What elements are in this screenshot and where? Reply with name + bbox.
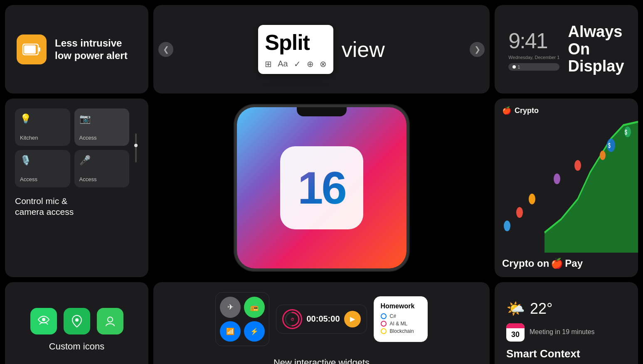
mic-icon: 🎙️ (20, 155, 65, 166)
slider-bar (135, 133, 137, 162)
hw-circle-1 (381, 313, 387, 319)
control-center-widget[interactable]: ✈ 📻 📶 ⚡ (215, 292, 269, 346)
arrow-right-icon: ❯ (474, 45, 480, 54)
phone-screen: 16 (237, 107, 406, 268)
svg-text:$: $ (625, 128, 627, 136)
brightness-slider[interactable] (133, 108, 138, 187)
split-icons-row: ⊞ Aa ✓ ⊕ ⊗ (265, 58, 326, 70)
app-icon-1 (30, 308, 57, 334)
font-icon: Aa (278, 59, 288, 69)
svg-text:$: $ (608, 142, 611, 150)
timer-widget[interactable]: ⏱ 00:05:00 ▶ (276, 305, 367, 334)
access-mic-button[interactable]: 🎙️ Access (15, 150, 70, 187)
access-off-label: Access (79, 176, 125, 182)
svg-point-5 (529, 194, 535, 204)
camera-footer-text: Control mic & camera access (15, 196, 138, 218)
bluetooth-button[interactable]: ⚡ (244, 321, 265, 342)
arrow-left-icon: ❮ (163, 45, 169, 54)
icon-row (30, 308, 123, 334)
svg-point-16 (108, 317, 113, 322)
split-view-box: Split ⊞ Aa ✓ ⊕ ⊗ (258, 25, 333, 74)
aod-dot (512, 65, 516, 69)
aod-card: 9:41 Wednesday, December 1 1 AlwaysOnDis… (495, 5, 638, 93)
crypto-footer-line2: Pay (565, 258, 583, 270)
meeting-text: Meeting in 19 minutes (530, 328, 595, 337)
hw-item-2: AI & ML (381, 321, 421, 327)
custom-icons-label: Custom icons (49, 341, 104, 352)
calendar-day: 30 (506, 328, 525, 342)
svg-point-4 (516, 207, 523, 218)
kitchen-label: Kitchen (20, 135, 65, 141)
widgets-row: ✈ 📻 📶 ⚡ ⏱ 00:05:00 ▶ Homewor (215, 292, 427, 346)
camera-buttons: 💡 Kitchen 📷 Access 🎙️ Access 🎤 Access (15, 108, 129, 187)
access-off-button[interactable]: 🎤 Access (74, 150, 130, 187)
phone-mute-button (234, 132, 235, 145)
battery-icon (17, 34, 47, 64)
access-camera-label: Access (79, 135, 125, 141)
hw-circle-3 (381, 328, 387, 334)
arrow-left-button[interactable]: ❮ (158, 42, 173, 57)
smart-context-label: Smart Context (506, 347, 626, 360)
ios16-number: 16 (298, 165, 345, 211)
plus-icon: ⊕ (307, 59, 314, 69)
timer-play-button[interactable]: ▶ (344, 311, 361, 327)
split-title: Split (265, 30, 326, 55)
svg-text:⏱: ⏱ (291, 317, 294, 322)
homework-widget: Homework C# AI & ML Blockchain (374, 296, 428, 342)
svg-point-15 (75, 318, 79, 322)
crypto-chart-area: $ $ (495, 118, 638, 253)
weather-icon: 🌤️ (506, 300, 525, 317)
phone-power-button (408, 140, 409, 161)
widgets-label: New interactive widgets (273, 357, 370, 364)
homework-title: Homework (381, 303, 421, 310)
hw-text-3: Blockchain (390, 328, 414, 334)
crypto-header: 🍎 Crypto (495, 98, 638, 118)
phone-vol-up-button (234, 149, 235, 174)
camera-icon: 📷 (79, 113, 125, 124)
aod-time: 9:41 (508, 28, 559, 53)
weather-row: 🌤️ 22° (506, 300, 626, 317)
lightbulb-icon: 💡 (20, 113, 65, 124)
calendar-header (506, 323, 525, 328)
table-icon: ⊞ (265, 59, 272, 69)
arrow-right-button[interactable]: ❯ (470, 42, 485, 57)
meeting-row: 30 Meeting in 19 minutes (506, 323, 626, 342)
timer-circle-icon: ⏱ (282, 309, 302, 329)
svg-marker-3 (544, 122, 638, 253)
kitchen-button[interactable]: 💡 Kitchen (15, 108, 70, 146)
crypto-chart-svg: $ $ (495, 118, 638, 253)
crypto-footer: Crypto on 🍎 Pay (495, 253, 638, 277)
hw-text-1: C# (390, 313, 396, 319)
aod-label: AlwaysOnDisplay (568, 23, 624, 75)
crypto-footer-line1: Crypto on (502, 258, 549, 270)
crypto-card: 🍎 Crypto $ $ (495, 98, 638, 277)
smart-context-card: 🌤️ 22° 30 Meeting in 19 minutes Smart Co… (495, 282, 638, 364)
check-icon: ✓ (294, 59, 301, 69)
phone-notch (297, 107, 347, 116)
access-camera-button[interactable]: 📷 Access (74, 108, 130, 146)
access-mic-label: Access (20, 176, 65, 182)
temperature-text: 22° (530, 300, 552, 317)
aod-time-section: 9:41 Wednesday, December 1 1 (508, 28, 559, 71)
crypto-title: Crypto (515, 106, 539, 115)
low-power-card: Less intrusive low power alert (5, 5, 148, 93)
aod-pill-text: 1 (517, 64, 520, 69)
svg-rect-2 (24, 45, 36, 54)
aod-pill: 1 (508, 63, 559, 71)
slider-knob (134, 144, 138, 147)
wifi-button[interactable]: 📶 (220, 321, 241, 342)
svg-point-6 (504, 221, 510, 231)
at-icon: ⊗ (320, 59, 327, 69)
apple-logo-icon: 🍎 (502, 106, 511, 115)
svg-point-14 (42, 318, 45, 321)
ios16-card: 16 (153, 98, 490, 277)
hw-item-3: Blockchain (381, 328, 421, 334)
svg-rect-1 (38, 47, 40, 52)
camera-controls-grid: 💡 Kitchen 📷 Access 🎙️ Access 🎤 Access (15, 108, 138, 187)
svg-point-8 (574, 160, 581, 171)
main-grid: Less intrusive low power alert ❮ Split ⊞… (0, 0, 643, 364)
camera-access-card: 💡 Kitchen 📷 Access 🎙️ Access 🎤 Access (5, 98, 148, 277)
podcasts-button[interactable]: 📻 (244, 297, 265, 318)
ios16-logo: 16 (280, 146, 363, 229)
airplane-mode-button[interactable]: ✈ (220, 297, 241, 318)
